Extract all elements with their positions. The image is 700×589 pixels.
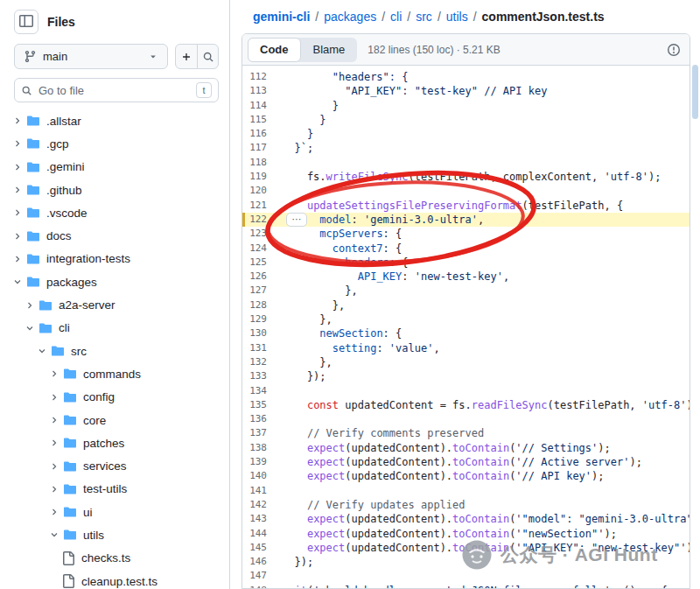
line-number[interactable]: 141 xyxy=(242,484,282,498)
line-number[interactable]: 117 xyxy=(242,141,282,155)
tree-item-label: .allstar xyxy=(46,115,81,128)
line-number[interactable]: 143 xyxy=(242,512,282,526)
breadcrumb-segment[interactable]: utils xyxy=(446,10,468,24)
line-number[interactable]: 120 xyxy=(242,184,282,198)
tree-item-checks-ts[interactable]: checks.ts xyxy=(9,547,219,570)
tree-item-allstar[interactable]: .allstar xyxy=(9,109,219,132)
tree-item-label: .gcp xyxy=(46,137,69,151)
line-number[interactable]: 129 xyxy=(242,312,282,326)
chevron-right-icon xyxy=(49,415,60,425)
tree-item-utils[interactable]: utils xyxy=(9,523,219,546)
line-number[interactable]: 123 xyxy=(242,227,282,241)
code-line: 133 }); xyxy=(242,369,690,383)
code-text: headers: { xyxy=(282,256,409,270)
line-number[interactable]: 130 xyxy=(242,326,282,340)
search-code-button[interactable] xyxy=(197,45,218,68)
code-text: }, xyxy=(282,312,332,326)
tree-item-cli[interactable]: cli xyxy=(9,317,219,340)
line-number[interactable]: 124 xyxy=(242,242,282,256)
vertical-scrollbar[interactable] xyxy=(692,65,698,119)
tree-item-core[interactable]: core xyxy=(9,409,219,431)
code-line: 131 setting: 'value', xyxy=(242,341,690,355)
tree-item-a2a-server[interactable]: a2a-server xyxy=(9,293,219,316)
line-number[interactable]: 132 xyxy=(242,355,282,369)
line-number[interactable]: 112 xyxy=(242,70,282,84)
tree-item-ui[interactable]: ui xyxy=(9,501,219,523)
code-text: }); xyxy=(282,369,326,383)
line-number[interactable]: 142 xyxy=(242,498,282,512)
line-number[interactable]: 137 xyxy=(242,426,282,440)
branch-name: main xyxy=(43,50,67,63)
code-actions-button[interactable]: ⋯ xyxy=(286,213,307,227)
tree-item-cleanup-test-ts[interactable]: cleanup.test.ts xyxy=(9,570,219,589)
file-meta: 182 lines (150 loc) · 5.21 KB xyxy=(368,44,500,56)
line-number[interactable]: 122 xyxy=(242,213,282,227)
collapse-sidebar-button[interactable] xyxy=(14,10,38,34)
breadcrumb-segment[interactable]: cli xyxy=(390,10,402,24)
chevron-right-icon xyxy=(49,507,60,517)
tab-blame[interactable]: Blame xyxy=(301,38,358,62)
line-number[interactable]: 136 xyxy=(242,412,282,426)
code-text: }`; xyxy=(282,141,313,155)
tree-item-docs[interactable]: docs xyxy=(9,224,219,247)
tree-item-src[interactable]: src xyxy=(9,340,219,362)
tree-item-vscode[interactable]: .vscode xyxy=(9,201,219,224)
line-number[interactable]: 127 xyxy=(242,284,282,298)
go-to-file-input[interactable]: Go to file t xyxy=(14,78,219,102)
line-number[interactable]: 116 xyxy=(242,127,282,141)
line-number[interactable]: 138 xyxy=(242,441,282,455)
line-number[interactable]: 140 xyxy=(242,469,282,483)
line-number[interactable]: 119 xyxy=(242,170,282,184)
line-number[interactable]: 145 xyxy=(242,541,282,555)
line-number[interactable]: 131 xyxy=(242,341,282,355)
tree-item-packages[interactable]: packages xyxy=(9,270,219,293)
line-number[interactable]: 115 xyxy=(242,113,282,127)
tree-item-gcp[interactable]: .gcp xyxy=(9,132,219,155)
line-number[interactable]: 118 xyxy=(242,156,282,170)
branch-selector[interactable]: main xyxy=(14,44,168,69)
code-line: 138 expect(updatedContent).toContain('//… xyxy=(242,441,690,455)
code-line: 139 expect(updatedContent).toContain('//… xyxy=(242,455,690,469)
files-sidebar: Files main Go to file t .allstar.gcp.gem… xyxy=(0,0,230,589)
tree-item-services[interactable]: services xyxy=(9,454,219,477)
code-line: 135 const updatedContent = fs.readFileSy… xyxy=(242,398,690,412)
code-line: 125 headers: { xyxy=(242,256,690,270)
code-text: expect(updatedContent).toContain('"newSe… xyxy=(282,527,617,541)
line-number[interactable]: 113 xyxy=(242,84,282,98)
chevron-right-icon xyxy=(49,392,60,403)
code-line: 147 xyxy=(242,569,690,583)
line-number[interactable]: 114 xyxy=(242,99,282,113)
line-number[interactable]: 147 xyxy=(242,569,282,583)
tree-item-commands[interactable]: commands xyxy=(9,362,219,385)
tree-item-gemini[interactable]: .gemini xyxy=(9,156,219,179)
symbols-panel-icon[interactable] xyxy=(667,43,681,57)
breadcrumb-separator: / xyxy=(438,10,441,24)
code-text: expect(updatedContent).toContain('// API… xyxy=(282,469,605,483)
line-number[interactable]: 126 xyxy=(242,270,282,284)
line-number[interactable]: 125 xyxy=(242,256,282,270)
line-number[interactable]: 148 xyxy=(242,584,282,589)
breadcrumb-segment[interactable]: packages xyxy=(324,10,376,24)
line-number[interactable]: 139 xyxy=(242,455,282,469)
tab-code[interactable]: Code xyxy=(248,38,301,62)
folder-icon xyxy=(26,114,40,128)
tree-item-test-utils[interactable]: test-utils xyxy=(9,478,219,501)
line-number[interactable]: 135 xyxy=(242,398,282,412)
line-number[interactable]: 121 xyxy=(242,199,282,213)
line-number[interactable]: 128 xyxy=(242,298,282,312)
breadcrumb-segment[interactable]: src xyxy=(416,10,432,24)
line-number[interactable]: 146 xyxy=(242,555,282,569)
line-number[interactable]: 144 xyxy=(242,527,282,541)
line-number[interactable]: 134 xyxy=(242,384,282,398)
code-text: context7: { xyxy=(282,242,402,256)
code-line: 121 updateSettingsFilePreservingFormat(t… xyxy=(242,199,690,213)
tree-item-patches[interactable]: patches xyxy=(9,431,219,454)
tree-item-config[interactable]: config xyxy=(9,386,219,409)
breadcrumb-separator: / xyxy=(382,10,385,24)
add-file-button[interactable] xyxy=(176,45,197,68)
line-number[interactable]: 133 xyxy=(242,369,282,383)
breadcrumb-segment[interactable]: gemini-cli xyxy=(253,10,310,24)
tree-item-label: src xyxy=(71,345,87,358)
tree-item-integration-tests[interactable]: integration-tests xyxy=(9,248,219,270)
tree-item-github[interactable]: .github xyxy=(9,179,219,201)
